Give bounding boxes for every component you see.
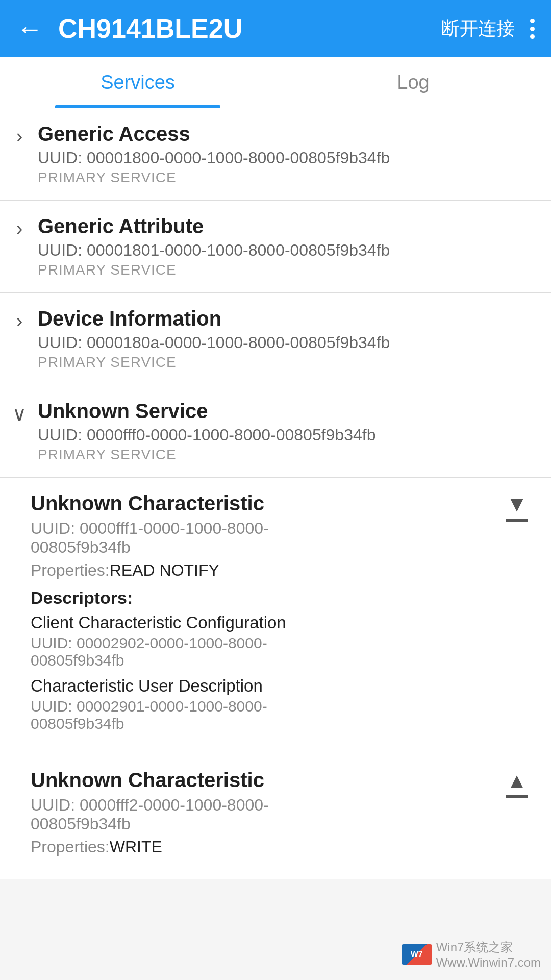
descriptor-uuid: UUID: 00002902-0000-1000-8000-00805f9b34… (31, 634, 499, 669)
watermark: W7 Win7系统之家 Www.Winwin7.com (402, 939, 541, 970)
descriptor-item-client-config: Client Characteristic Configuration UUID… (31, 613, 499, 669)
descriptors-label: Descriptors: (31, 588, 499, 608)
characteristic-name: Unknown Characteristic (31, 769, 499, 792)
descriptor-uuid: UUID: 00002901-0000-1000-8000-00805f9b34… (31, 698, 499, 732)
service-name: Device Information (38, 307, 535, 330)
tab-services[interactable]: Services (0, 57, 276, 108)
service-uuid: UUID: 0000fff0-0000-1000-8000-00805f9b34… (38, 426, 535, 445)
service-type: PRIMARY SERVICE (38, 447, 535, 463)
service-name: Generic Access (38, 122, 535, 145)
chevron-down-icon: ∨ (10, 403, 29, 425)
service-item-unknown-service[interactable]: ∨ Unknown Service UUID: 0000fff0-0000-10… (0, 385, 551, 478)
characteristic-properties: Properties:READ NOTIFY (31, 561, 499, 580)
characteristic-uuid: UUID: 0000fff1-0000-1000-8000-00805f9b34… (31, 519, 499, 557)
service-name: Unknown Service (38, 400, 535, 423)
characteristic-item-fff1: Unknown Characteristic UUID: 0000fff1-00… (0, 478, 551, 754)
tab-log[interactable]: Log (276, 57, 551, 108)
characteristic-name: Unknown Characteristic (31, 492, 499, 515)
watermark-subtext: Www.Winwin7.com (436, 955, 541, 970)
service-name: Generic Attribute (38, 215, 535, 238)
descriptor-name: Characteristic User Description (31, 676, 499, 696)
service-type: PRIMARY SERVICE (38, 169, 535, 186)
watermark-text: Win7系统之家 (436, 939, 541, 955)
descriptor-item-user-description: Characteristic User Description UUID: 00… (31, 676, 499, 732)
tab-bar: Services Log (0, 57, 551, 108)
more-options-button[interactable] (530, 19, 535, 39)
watermark-logo: W7 (402, 944, 432, 965)
service-item-generic-attribute[interactable]: › Generic Attribute UUID: 00001801-0000-… (0, 201, 551, 293)
upload-icon[interactable] (499, 769, 535, 798)
service-item-generic-access[interactable]: › Generic Access UUID: 00001800-0000-100… (0, 108, 551, 201)
app-header: ← CH9141BLE2U 断开连接 (0, 0, 551, 57)
descriptor-name: Client Characteristic Configuration (31, 613, 499, 632)
service-uuid: UUID: 00001800-0000-1000-8000-00805f9b34… (38, 149, 535, 167)
chevron-icon: › (10, 126, 29, 148)
characteristic-item-fff2: Unknown Characteristic UUID: 0000fff2-00… (0, 754, 551, 879)
service-uuid: UUID: 00001801-0000-1000-8000-00805f9b34… (38, 241, 535, 260)
back-button[interactable]: ← (16, 13, 43, 44)
services-content: › Generic Access UUID: 00001800-0000-100… (0, 108, 551, 879)
download-icon[interactable] (499, 492, 535, 522)
disconnect-button[interactable]: 断开连接 (441, 16, 515, 41)
characteristic-properties: Properties:WRITE (31, 838, 499, 856)
service-uuid: UUID: 0000180a-0000-1000-8000-00805f9b34… (38, 333, 535, 352)
service-item-device-information[interactable]: › Device Information UUID: 0000180a-0000… (0, 293, 551, 385)
chevron-icon: › (10, 218, 29, 240)
device-title: CH9141BLE2U (58, 13, 441, 44)
service-type: PRIMARY SERVICE (38, 262, 535, 278)
characteristic-uuid: UUID: 0000fff2-0000-1000-8000-00805f9b34… (31, 796, 499, 834)
service-type: PRIMARY SERVICE (38, 354, 535, 371)
chevron-icon: › (10, 310, 29, 332)
